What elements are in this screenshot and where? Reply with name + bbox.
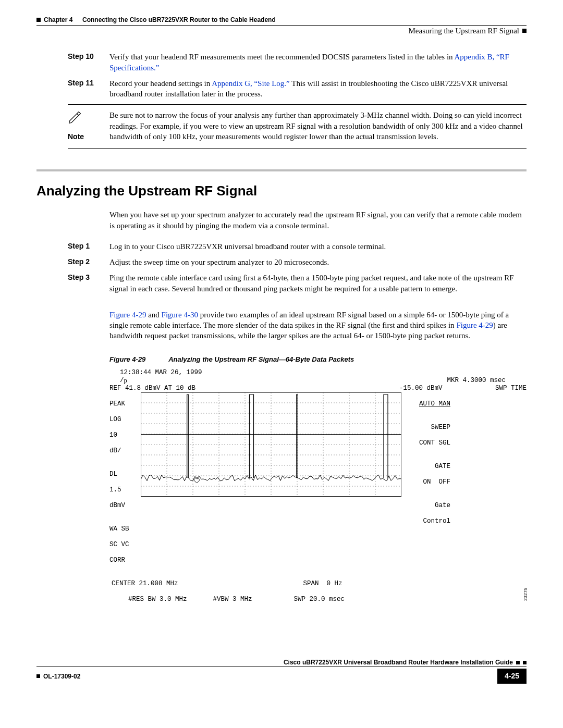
figure-4-29-link[interactable]: Figure 4-29	[109, 311, 146, 319]
appendix-g-link[interactable]: Appendix G, “Site Log.”	[212, 79, 290, 88]
pencil-icon	[68, 110, 82, 125]
step-body: Ping the remote cable interface card usi…	[109, 273, 527, 294]
chapter-number: Chapter 4	[44, 16, 72, 24]
step-label: Step 2	[68, 257, 109, 267]
step-row: Step 11 Record your headend settings in …	[68, 78, 527, 100]
chart-bottom-labels: CENTER 21.008 MHzSPAN 0 Hz #RES BW 3.0 M…	[112, 572, 527, 611]
footer-bullet	[523, 661, 527, 664]
step-row: Step 10 Verify that your headend RF meas…	[68, 52, 527, 73]
intro-paragraph: When you have set up your spectrum analy…	[109, 209, 527, 231]
figure-4-30-link[interactable]: Figure 4-30	[162, 311, 198, 319]
header-bullet	[36, 18, 41, 22]
chart-marker-time: MKR 4.3000 msec	[447, 377, 506, 385]
section-heading: Analyzing the Upstream RF Signal	[36, 182, 527, 200]
page-header: Chapter 4 Connecting the Cisco uBR7225VX…	[36, 16, 527, 24]
footer-doc-number: OL-17309-02	[43, 672, 80, 681]
section-divider	[36, 169, 527, 171]
spectrum-analyzer-chart: 12:38:44 MAR 26, 1999 /p MKR 4.3000 msec…	[109, 369, 527, 611]
step-body: Adjust the sweep time on your spectrum a…	[109, 257, 527, 267]
spectrum-plot	[141, 392, 401, 502]
step-row: Step 1 Log in to your Cisco uBR7225VXR u…	[68, 241, 527, 252]
chart-r-swptime: SWP TIME	[495, 385, 527, 392]
note-block: Note Be sure not to narrow the focus of …	[68, 104, 527, 149]
chart-left-col: PEAK LOG 10 dB/ DL 1.5 dBmV WA SB SC VC …	[109, 392, 141, 572]
step-label: Step 1	[68, 241, 109, 252]
step-body: Record your headend settings in Appendix…	[109, 78, 527, 100]
footer-bullet	[36, 674, 40, 678]
chart-timestamp: 12:38:44 MAR 26, 1999	[120, 369, 527, 377]
figure-number: Figure 4-29	[109, 355, 167, 364]
page-footer: Cisco uBR7225VXR Universal Broadband Rou…	[36, 658, 527, 684]
section-name-right: Measuring the Upstream RF Signal	[409, 26, 519, 36]
chart-marker-val: -15.00 dBmV	[399, 385, 478, 392]
footer-book-title: Cisco uBR7225VXR Universal Broadband Rou…	[36, 658, 513, 667]
step-body: Verify that your headend RF measurements…	[109, 52, 527, 73]
chapter-title: Connecting the Cisco uBR7225VXR Router t…	[82, 16, 276, 24]
note-text: Be sure not to narrow the focus of your …	[109, 110, 527, 142]
step-row: Step 2 Adjust the sweep time on your spe…	[68, 257, 527, 267]
footer-rule	[36, 667, 527, 667]
step-label: Step 11	[68, 78, 109, 100]
steps-block-b: Step 1 Log in to your Cisco uBR7225VXR u…	[68, 241, 527, 294]
figure-intro-paragraph: Figure 4-29 and Figure 4-30 provide two …	[109, 310, 527, 341]
header-bullet-right	[522, 29, 527, 33]
figure-image-id: 23275	[523, 588, 529, 601]
step-text: Verify that your headend RF measurements…	[109, 53, 455, 61]
step-text: Record your headend settings in	[109, 79, 212, 88]
steps-block-a: Step 10 Verify that your headend RF meas…	[68, 52, 527, 99]
chart-right-col: AUTO MAN SWEEP CONT SGL GATE ON OFF Gate…	[401, 392, 450, 572]
step-label: Step 3	[68, 273, 109, 294]
chart-atten: AT 10 dB	[141, 385, 219, 392]
step-body: Log in to your Cisco uBR7225VXR universa…	[109, 241, 527, 252]
page-number-badge: 4-25	[497, 669, 527, 684]
footer-bullet	[516, 661, 520, 664]
chart-left-labels: REF 41.8 dBmV	[109, 385, 141, 392]
header-right: Measuring the Upstream RF Signal	[36, 26, 527, 36]
para-text: and	[146, 311, 161, 319]
step-row: Step 3 Ping the remote cable interface c…	[68, 273, 527, 294]
figure-4-29-link-b[interactable]: Figure 4-29	[456, 321, 493, 329]
step-label: Step 10	[68, 52, 109, 73]
note-label: Note	[68, 132, 109, 142]
figure-caption: Figure 4-29 Analyzing the Upstream RF Si…	[109, 355, 527, 364]
figure-title: Analyzing the Upstream RF Signal—64-Byte…	[168, 355, 354, 363]
